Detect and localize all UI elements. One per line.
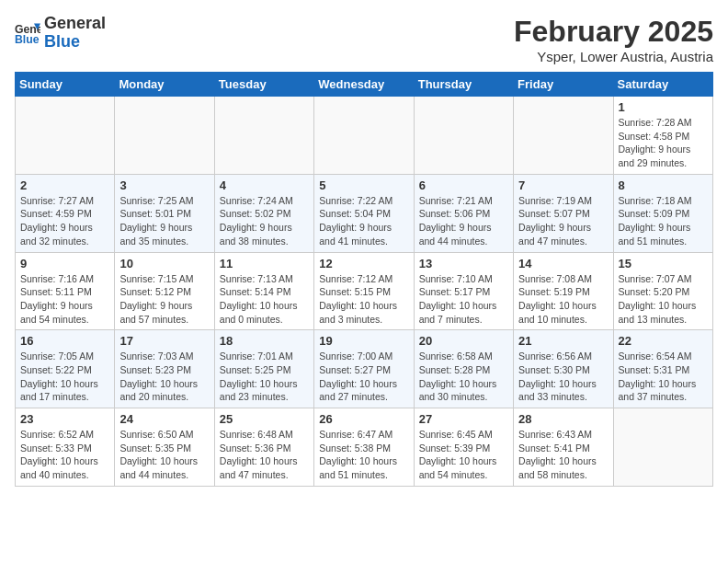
calendar-week-row: 23Sunrise: 6:52 AM Sunset: 5:33 PM Dayli… — [16, 408, 713, 487]
day-number: 21 — [518, 334, 608, 348]
calendar-week-row: 9Sunrise: 7:16 AM Sunset: 5:11 PM Daylig… — [16, 252, 713, 330]
calendar-day-cell: 17Sunrise: 7:03 AM Sunset: 5:23 PM Dayli… — [115, 330, 214, 408]
calendar-day-cell: 10Sunrise: 7:15 AM Sunset: 5:12 PM Dayli… — [115, 252, 214, 330]
day-info: Sunrise: 7:19 AM Sunset: 5:07 PM Dayligh… — [518, 194, 608, 248]
day-number: 3 — [119, 178, 209, 192]
day-number: 20 — [419, 334, 508, 348]
title-block: February 2025 Ysper, Lower Austria, Aust… — [514, 15, 713, 64]
day-info: Sunrise: 6:48 AM Sunset: 5:36 PM Dayligh… — [220, 428, 309, 482]
calendar-day-cell — [613, 408, 712, 487]
calendar-day-cell: 2Sunrise: 7:27 AM Sunset: 4:59 PM Daylig… — [16, 174, 115, 252]
calendar-day-cell: 28Sunrise: 6:43 AM Sunset: 5:41 PM Dayli… — [514, 408, 613, 487]
calendar-day-cell: 14Sunrise: 7:08 AM Sunset: 5:19 PM Dayli… — [514, 252, 613, 330]
day-info: Sunrise: 6:54 AM Sunset: 5:31 PM Dayligh… — [619, 350, 708, 404]
calendar-day-cell: 22Sunrise: 6:54 AM Sunset: 5:31 PM Dayli… — [613, 330, 712, 408]
calendar-day-cell: 27Sunrise: 6:45 AM Sunset: 5:39 PM Dayli… — [414, 408, 513, 487]
calendar-day-cell: 13Sunrise: 7:10 AM Sunset: 5:17 PM Dayli… — [414, 252, 513, 330]
calendar-day-cell — [514, 97, 613, 175]
day-info: Sunrise: 7:27 AM Sunset: 4:59 PM Dayligh… — [20, 194, 109, 248]
logo: General Blue General Blue — [15, 15, 106, 52]
calendar-day-cell: 6Sunrise: 7:21 AM Sunset: 5:06 PM Daylig… — [414, 174, 513, 252]
calendar-day-cell: 23Sunrise: 6:52 AM Sunset: 5:33 PM Dayli… — [16, 408, 115, 487]
calendar-day-cell: 4Sunrise: 7:24 AM Sunset: 5:02 PM Daylig… — [214, 174, 313, 252]
day-number: 12 — [319, 257, 408, 270]
day-number: 27 — [419, 412, 508, 426]
calendar-day-cell: 7Sunrise: 7:19 AM Sunset: 5:07 PM Daylig… — [514, 174, 613, 252]
weekday-header: Saturday — [613, 73, 712, 97]
day-info: Sunrise: 7:16 AM Sunset: 5:11 PM Dayligh… — [20, 272, 109, 327]
calendar-day-cell: 3Sunrise: 7:25 AM Sunset: 5:01 PM Daylig… — [115, 174, 214, 252]
day-number: 4 — [220, 178, 309, 192]
calendar-day-cell: 1Sunrise: 7:28 AM Sunset: 4:58 PM Daylig… — [613, 97, 712, 175]
calendar-table: SundayMondayTuesdayWednesdayThursdayFrid… — [15, 72, 713, 487]
calendar-day-cell: 15Sunrise: 7:07 AM Sunset: 5:20 PM Dayli… — [613, 252, 712, 330]
day-number: 28 — [518, 412, 608, 426]
day-info: Sunrise: 7:01 AM Sunset: 5:25 PM Dayligh… — [220, 350, 309, 404]
day-info: Sunrise: 7:22 AM Sunset: 5:04 PM Dayligh… — [319, 194, 408, 248]
day-number: 13 — [419, 257, 508, 270]
day-number: 25 — [220, 412, 309, 426]
weekday-header: Thursday — [414, 73, 513, 97]
day-info: Sunrise: 6:58 AM Sunset: 5:28 PM Dayligh… — [419, 350, 508, 404]
day-info: Sunrise: 7:00 AM Sunset: 5:27 PM Dayligh… — [319, 350, 408, 404]
calendar-day-cell: 18Sunrise: 7:01 AM Sunset: 5:25 PM Dayli… — [214, 330, 313, 408]
calendar-week-row: 1Sunrise: 7:28 AM Sunset: 4:58 PM Daylig… — [16, 97, 713, 175]
weekday-header: Monday — [115, 73, 214, 97]
day-info: Sunrise: 7:24 AM Sunset: 5:02 PM Dayligh… — [220, 194, 309, 248]
day-info: Sunrise: 7:21 AM Sunset: 5:06 PM Dayligh… — [419, 194, 508, 248]
calendar-week-row: 2Sunrise: 7:27 AM Sunset: 4:59 PM Daylig… — [16, 174, 713, 252]
day-number: 22 — [619, 334, 708, 348]
day-info: Sunrise: 7:05 AM Sunset: 5:22 PM Dayligh… — [20, 350, 109, 404]
day-number: 18 — [220, 334, 309, 348]
calendar-day-cell: 20Sunrise: 6:58 AM Sunset: 5:28 PM Dayli… — [414, 330, 513, 408]
calendar-day-cell — [414, 97, 513, 175]
day-number: 11 — [220, 257, 309, 270]
day-number: 6 — [419, 178, 508, 192]
day-info: Sunrise: 7:03 AM Sunset: 5:23 PM Dayligh… — [119, 350, 209, 404]
calendar-day-cell: 8Sunrise: 7:18 AM Sunset: 5:09 PM Daylig… — [613, 174, 712, 252]
calendar-day-cell: 11Sunrise: 7:13 AM Sunset: 5:14 PM Dayli… — [214, 252, 313, 330]
weekday-header: Sunday — [16, 73, 115, 97]
day-info: Sunrise: 6:50 AM Sunset: 5:35 PM Dayligh… — [119, 428, 209, 482]
day-number: 15 — [619, 257, 708, 270]
logo-icon: General Blue — [15, 20, 40, 46]
day-number: 16 — [20, 334, 109, 348]
calendar-day-cell — [16, 97, 115, 175]
day-info: Sunrise: 7:18 AM Sunset: 5:09 PM Dayligh… — [619, 194, 708, 248]
calendar-day-cell: 5Sunrise: 7:22 AM Sunset: 5:04 PM Daylig… — [314, 174, 414, 252]
day-number: 9 — [20, 257, 109, 270]
day-info: Sunrise: 7:15 AM Sunset: 5:12 PM Dayligh… — [119, 272, 209, 327]
day-info: Sunrise: 6:45 AM Sunset: 5:39 PM Dayligh… — [419, 428, 508, 482]
day-info: Sunrise: 6:43 AM Sunset: 5:41 PM Dayligh… — [518, 428, 608, 482]
calendar-day-cell — [115, 97, 214, 175]
day-info: Sunrise: 6:47 AM Sunset: 5:38 PM Dayligh… — [319, 428, 408, 482]
calendar-day-cell: 16Sunrise: 7:05 AM Sunset: 5:22 PM Dayli… — [16, 330, 115, 408]
day-number: 1 — [619, 100, 708, 114]
day-info: Sunrise: 7:07 AM Sunset: 5:20 PM Dayligh… — [619, 272, 708, 327]
calendar-day-cell: 21Sunrise: 6:56 AM Sunset: 5:30 PM Dayli… — [514, 330, 613, 408]
weekday-header: Wednesday — [314, 73, 414, 97]
location-title: Ysper, Lower Austria, Austria — [514, 49, 713, 64]
month-title: February 2025 — [514, 15, 713, 49]
day-number: 8 — [619, 178, 708, 192]
svg-text:Blue: Blue — [15, 32, 40, 45]
day-info: Sunrise: 7:25 AM Sunset: 5:01 PM Dayligh… — [119, 194, 209, 248]
day-info: Sunrise: 7:28 AM Sunset: 4:58 PM Dayligh… — [619, 116, 708, 170]
day-info: Sunrise: 6:52 AM Sunset: 5:33 PM Dayligh… — [20, 428, 109, 482]
day-info: Sunrise: 7:10 AM Sunset: 5:17 PM Dayligh… — [419, 272, 508, 327]
calendar-week-row: 16Sunrise: 7:05 AM Sunset: 5:22 PM Dayli… — [16, 330, 713, 408]
calendar-day-cell: 19Sunrise: 7:00 AM Sunset: 5:27 PM Dayli… — [314, 330, 414, 408]
calendar-day-cell — [314, 97, 414, 175]
weekday-header: Tuesday — [214, 73, 313, 97]
day-number: 2 — [20, 178, 109, 192]
day-number: 7 — [518, 178, 608, 192]
page-header: General Blue General Blue February 2025 … — [15, 15, 713, 64]
calendar-day-cell: 24Sunrise: 6:50 AM Sunset: 5:35 PM Dayli… — [115, 408, 214, 487]
day-info: Sunrise: 7:12 AM Sunset: 5:15 PM Dayligh… — [319, 272, 408, 327]
weekday-header: Friday — [514, 73, 613, 97]
logo-text: General Blue — [44, 15, 106, 52]
calendar-day-cell: 25Sunrise: 6:48 AM Sunset: 5:36 PM Dayli… — [214, 408, 313, 487]
calendar-day-cell — [214, 97, 313, 175]
day-number: 19 — [319, 334, 408, 348]
day-number: 26 — [319, 412, 408, 426]
